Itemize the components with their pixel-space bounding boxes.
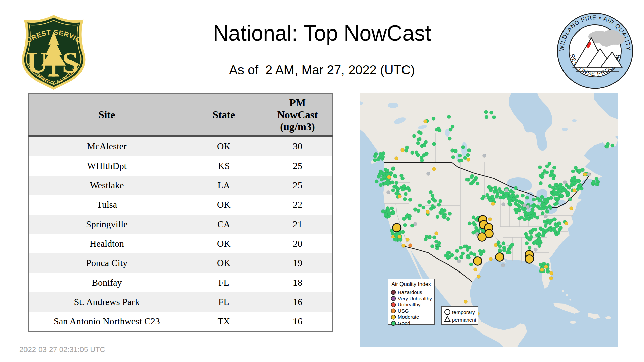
good-monitor-dot <box>417 209 420 213</box>
good-monitor-dot <box>539 263 543 266</box>
no-data-monitor-dot <box>483 154 486 158</box>
table-row: WHlthDptKS25 <box>28 156 333 176</box>
good-monitor-dot <box>461 145 465 149</box>
good-monitor-dot <box>488 186 492 190</box>
good-monitor-dot <box>375 180 378 183</box>
good-monitor-dot <box>403 223 407 227</box>
good-monitor-dot <box>406 186 410 190</box>
usg-monitor-dot <box>409 244 412 247</box>
moderate-monitor-dot <box>395 157 398 160</box>
moderate-monitor-dot <box>398 235 401 239</box>
good-monitor-dot <box>472 179 476 183</box>
wildland-fire-air-quality-logo: WILDLAND FIRE • AIR QUALITY RESPONSE PRO… <box>556 12 634 90</box>
state-cell: OK <box>185 234 263 253</box>
good-monitor-dot <box>537 237 541 241</box>
good-monitor-dot <box>482 249 485 253</box>
good-monitor-dot <box>554 191 557 194</box>
site-cell: Healdton <box>28 234 185 253</box>
good-monitor-dot <box>552 174 556 178</box>
good-monitor-dot <box>463 156 467 160</box>
table-header-row: Site State PMNowCast(ug/m3) <box>28 94 333 136</box>
good-monitor-dot <box>560 194 564 198</box>
good-monitor-dot <box>466 248 469 252</box>
good-monitor-dot <box>493 190 496 194</box>
good-monitor-dot <box>432 142 436 146</box>
good-monitor-dot <box>459 255 463 259</box>
good-monitor-dot <box>552 166 556 169</box>
good-monitor-dot <box>415 151 418 155</box>
good-monitor-dot <box>469 251 473 255</box>
moderate-monitor-dot <box>494 243 498 247</box>
no-data-monitor-dot <box>526 205 530 209</box>
state-cell: OK <box>185 136 263 156</box>
good-monitor-dot <box>411 151 414 155</box>
good-monitor-dot <box>538 233 541 237</box>
moderate-monitor-dot <box>406 238 410 242</box>
air-quality-map: Air Quality Index HazardousVery Unhealth… <box>360 93 618 347</box>
good-monitor-dot <box>533 214 536 218</box>
moderate-monitor-dot <box>401 148 405 152</box>
good-monitor-dot <box>403 197 407 201</box>
moderate-monitor-dot <box>426 210 430 214</box>
aqi-legend-label: Unhealthy <box>398 302 421 307</box>
good-monitor-dot <box>396 187 400 191</box>
state-cell: TX <box>185 312 263 332</box>
good-monitor-dot <box>394 238 398 241</box>
very_unhealthy-legend-icon <box>391 296 396 301</box>
moderate-monitor-dot <box>550 272 553 275</box>
good-monitor-dot <box>532 198 536 201</box>
good-monitor-dot <box>391 167 395 170</box>
moderate-monitor-dot <box>540 268 544 272</box>
good-monitor-dot <box>451 155 455 159</box>
moderate-monitor-dot <box>491 202 495 206</box>
good-monitor-dot <box>542 202 546 206</box>
good-monitor-dot <box>437 127 440 130</box>
good-monitor-dot <box>525 196 529 199</box>
good-monitor-dot <box>549 206 552 210</box>
good-monitor-dot <box>539 174 542 178</box>
good-monitor-dot <box>432 236 436 239</box>
no-data-monitor-dot <box>427 172 430 176</box>
good-monitor-dot <box>417 138 420 141</box>
value-cell: 30 <box>263 136 333 156</box>
table-row: St. Andrews ParkFL16 <box>28 292 333 312</box>
good-monitor-dot <box>545 206 548 210</box>
good-monitor-dot <box>495 195 499 198</box>
good-monitor-dot <box>440 208 444 212</box>
good-monitor-dot <box>518 200 521 203</box>
good-monitor-dot <box>422 206 425 209</box>
good-monitor-dot <box>532 204 536 208</box>
jamaica <box>570 321 576 324</box>
good-monitor-dot <box>605 145 609 148</box>
table-row: WestlakeLA25 <box>28 176 333 195</box>
top-site-circle <box>496 253 504 261</box>
good-monitor-dot <box>447 115 451 119</box>
value-cell: 20 <box>263 234 333 253</box>
good-monitor-dot <box>454 257 458 260</box>
no-data-monitor-dot <box>544 215 548 218</box>
good-monitor-dot <box>528 246 531 250</box>
good-monitor-dot <box>405 215 408 219</box>
good-monitor-dot <box>538 166 542 169</box>
moderate-monitor-dot <box>387 175 391 179</box>
value-cell: 25 <box>263 156 333 176</box>
good-monitor-dot <box>455 249 459 253</box>
site-cell: McAlester <box>28 136 185 156</box>
good-monitor-dot <box>408 214 412 218</box>
moderate-monitor-dot <box>544 265 548 269</box>
good-monitor-dot <box>545 164 549 168</box>
good-monitor-dot <box>556 197 560 201</box>
good-monitor-dot <box>419 131 423 135</box>
site-cell: Ponca City <box>28 253 185 273</box>
top-site-circle <box>474 257 482 265</box>
good-monitor-dot <box>413 208 417 212</box>
good-monitor-dot <box>466 256 470 259</box>
usg-legend-icon <box>391 309 396 313</box>
moderate-monitor-dot <box>583 173 587 176</box>
good-monitor-dot <box>529 231 533 235</box>
hazardous-legend-icon <box>391 290 396 295</box>
moderate-monitor-dot <box>432 167 436 171</box>
aqi-legend-title: Air Quality Index <box>391 281 431 287</box>
good-legend-icon <box>391 321 396 326</box>
good-monitor-dot <box>469 263 473 266</box>
